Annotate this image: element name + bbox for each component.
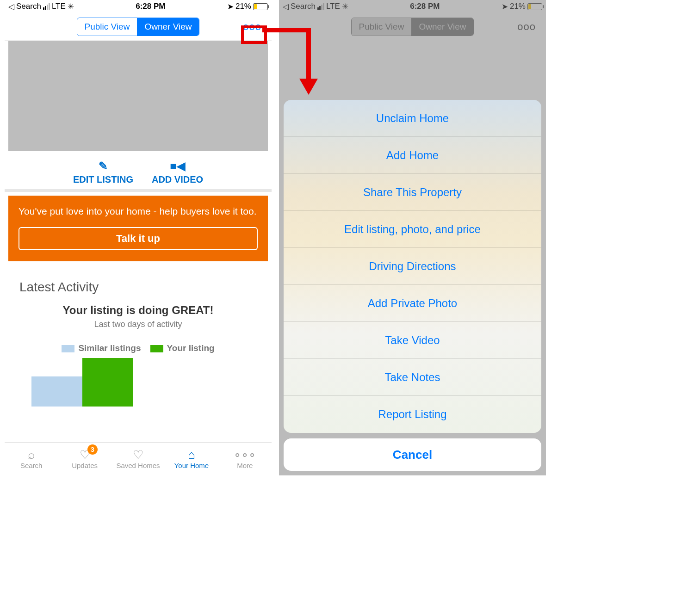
tab-owner-view[interactable]: Owner View — [137, 18, 199, 36]
sheet-cancel-button[interactable]: Cancel — [284, 438, 541, 471]
phone-screen-right: ◁ Search LTE ✳︎ 6:28 PM ➤ 21% Public Vie… — [279, 0, 546, 475]
activity-subtitle: Last two days of activity — [8, 320, 268, 329]
legend-your: Your listing — [150, 343, 215, 353]
battery-pct: 21% — [235, 2, 251, 11]
bar-your-listing — [82, 358, 133, 407]
updates-badge: 3 — [87, 444, 98, 455]
promo-banner: You've put love into your home - help bu… — [8, 196, 268, 261]
legend-similar: Similar listings — [62, 343, 141, 353]
sheet-driving-directions[interactable]: Driving Directions — [284, 248, 541, 285]
video-camera-icon: ■◀ — [152, 160, 203, 173]
sheet-add-private-photo[interactable]: Add Private Photo — [284, 285, 541, 322]
legend-swatch-similar — [62, 345, 74, 352]
sheet-unclaim-home[interactable]: Unclaim Home — [284, 100, 541, 137]
tab-your-home[interactable]: ⌂Your Home — [165, 443, 218, 475]
sheet-add-home[interactable]: Add Home — [284, 137, 541, 174]
heart-icon: ♡ — [133, 449, 143, 461]
tab-more[interactable]: ∘∘∘More — [218, 443, 272, 475]
tab-search[interactable]: ⌕Search — [5, 443, 58, 475]
signal-icon — [43, 3, 50, 10]
edit-listing-label: EDIT LISTING — [73, 174, 133, 185]
battery-icon — [253, 3, 268, 10]
sheet-report-listing[interactable]: Report Listing — [284, 396, 541, 433]
edit-listing-button[interactable]: ✎ EDIT LISTING — [73, 160, 133, 185]
sheet-take-video[interactable]: Take Video — [284, 322, 541, 359]
annotation-highlight-box — [241, 25, 267, 44]
nav-bar: Public View Owner View ooo — [5, 13, 272, 41]
back-search-icon[interactable]: ◁ — [8, 2, 14, 12]
more-icon: ∘∘∘ — [234, 449, 256, 461]
chart-legend: Similar listings Your listing — [8, 343, 268, 353]
status-time: 6:28 PM — [136, 2, 165, 11]
latest-activity-card: Latest Activity Your listing is doing GR… — [8, 271, 268, 407]
listing-actions-row: ✎ EDIT LISTING ■◀ ADD VIDEO — [5, 155, 272, 192]
sheet-take-notes[interactable]: Take Notes — [284, 359, 541, 396]
talk-it-up-button[interactable]: Talk it up — [19, 227, 258, 250]
add-video-button[interactable]: ■◀ ADD VIDEO — [152, 160, 203, 185]
tab-updates[interactable]: ♡3Updates — [58, 443, 111, 475]
legend-swatch-your — [150, 345, 163, 352]
activity-spinner-icon: ✳︎ — [68, 2, 74, 12]
sheet-edit-listing[interactable]: Edit listing, photo, and price — [284, 211, 541, 248]
listing-photo-placeholder[interactable] — [8, 41, 268, 151]
carrier-label: LTE — [52, 2, 66, 11]
search-icon: ⌕ — [28, 449, 35, 461]
promo-text: You've put love into your home - help bu… — [19, 205, 258, 218]
action-sheet-group: Unclaim Home Add Home Share This Propert… — [284, 100, 541, 433]
add-video-label: ADD VIDEO — [152, 174, 203, 185]
pencil-icon: ✎ — [73, 160, 133, 173]
activity-heading: Latest Activity — [8, 280, 268, 304]
phone-screen-left: ◁ Search LTE ✳︎ 6:28 PM ➤ 21% Public Vie… — [5, 0, 272, 475]
status-search-label[interactable]: Search — [16, 2, 41, 11]
tab-public-view[interactable]: Public View — [77, 18, 137, 36]
location-icon: ➤ — [227, 2, 234, 12]
home-icon: ⌂ — [188, 449, 195, 461]
sheet-share-property[interactable]: Share This Property — [284, 174, 541, 211]
activity-bar-chart — [8, 358, 268, 407]
action-sheet: Unclaim Home Add Home Share This Propert… — [284, 100, 541, 471]
bar-similar-listings — [31, 376, 82, 407]
tab-saved-homes[interactable]: ♡Saved Homes — [112, 443, 165, 475]
view-segmented-control[interactable]: Public View Owner View — [77, 18, 200, 36]
status-bar: ◁ Search LTE ✳︎ 6:28 PM ➤ 21% — [5, 0, 272, 13]
activity-title: Your listing is doing GREAT! — [8, 304, 268, 317]
tab-bar: ⌕Search ♡3Updates ♡Saved Homes ⌂Your Hom… — [5, 442, 272, 475]
